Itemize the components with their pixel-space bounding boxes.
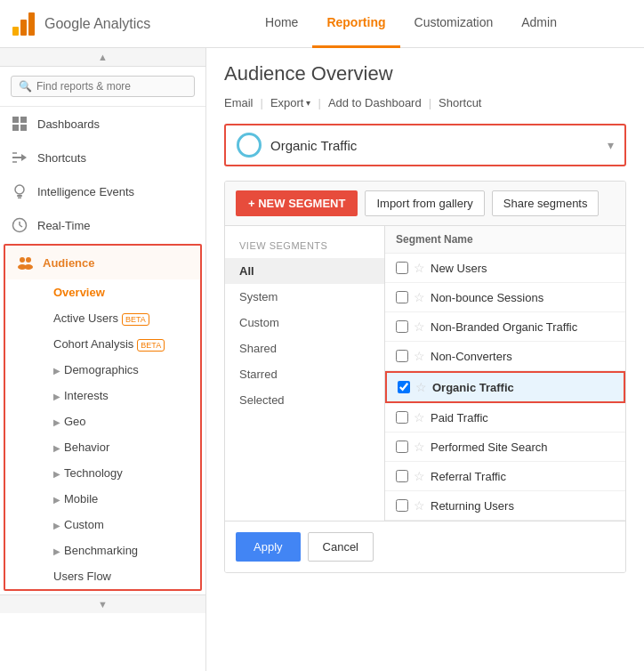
sidebar-scroll-up[interactable]: ▲ bbox=[0, 48, 205, 67]
sidebar-item-dashboards[interactable]: Dashboards bbox=[0, 107, 205, 141]
organic-traffic-checkbox[interactable] bbox=[398, 381, 410, 393]
new-users-star[interactable]: ☆ bbox=[414, 261, 425, 275]
paid-traffic-star[interactable]: ☆ bbox=[414, 410, 425, 424]
sidebar-geo[interactable]: ▶Geo bbox=[43, 408, 200, 434]
sidebar-custom[interactable]: ▶Custom bbox=[43, 512, 200, 538]
paid-traffic-checkbox[interactable] bbox=[396, 411, 408, 424]
top-navigation: Google Analytics Home Reporting Customiz… bbox=[0, 0, 644, 48]
shortcut-link[interactable]: Shortcut bbox=[439, 96, 481, 109]
sidebar-item-realtime[interactable]: Real-Time bbox=[0, 208, 205, 242]
view-seg-system[interactable]: System bbox=[225, 284, 384, 310]
nav-links: Home Reporting Customization Admin bbox=[189, 0, 633, 48]
shortcuts-icon bbox=[11, 149, 28, 166]
sidebar-scroll-down[interactable]: ▼ bbox=[0, 594, 205, 613]
sidebar-behavior[interactable]: ▶Behavior bbox=[43, 434, 200, 460]
sidebar-interests[interactable]: ▶Interests bbox=[43, 383, 200, 408]
logo-area: Google Analytics bbox=[11, 11, 189, 37]
organic-traffic-label[interactable]: Organic Traffic bbox=[432, 381, 514, 394]
sidebar-realtime-label: Real-Time bbox=[37, 219, 90, 232]
non-converters-label[interactable]: Non-Converters bbox=[431, 350, 512, 363]
performed-search-checkbox[interactable] bbox=[396, 441, 408, 453]
referral-checkbox[interactable] bbox=[396, 470, 408, 482]
svg-rect-12 bbox=[17, 195, 22, 197]
non-bounce-star[interactable]: ☆ bbox=[414, 290, 425, 304]
performed-search-label[interactable]: Performed Site Search bbox=[431, 441, 548, 454]
returning-label[interactable]: Returning Users bbox=[431, 499, 514, 513]
search-input[interactable] bbox=[36, 80, 187, 93]
non-branded-label[interactable]: Non-Branded Organic Traffic bbox=[431, 320, 577, 334]
sidebar-shortcuts-label: Shortcuts bbox=[37, 151, 86, 165]
main-layout: ▲ 🔍 Dashboards Shortcuts bbox=[0, 48, 644, 671]
segment-row-non-converters: ☆ Non-Converters bbox=[385, 342, 625, 371]
performed-search-star[interactable]: ☆ bbox=[414, 440, 425, 454]
sidebar-demographics[interactable]: ▶Demographics bbox=[43, 357, 200, 383]
svg-point-17 bbox=[20, 257, 25, 263]
export-link[interactable]: Export ▾ bbox=[270, 96, 311, 109]
sidebar-dashboards-label: Dashboards bbox=[37, 117, 100, 131]
nav-reporting[interactable]: Reporting bbox=[312, 0, 399, 48]
view-seg-starred[interactable]: Starred bbox=[225, 361, 384, 387]
view-seg-selected[interactable]: Selected bbox=[225, 387, 384, 413]
paid-traffic-label[interactable]: Paid Traffic bbox=[431, 411, 488, 424]
non-branded-checkbox[interactable] bbox=[396, 320, 408, 333]
view-seg-all[interactable]: All bbox=[225, 258, 384, 284]
non-bounce-checkbox[interactable] bbox=[396, 291, 408, 303]
view-seg-shared[interactable]: Shared bbox=[225, 336, 384, 361]
sidebar-mobile[interactable]: ▶Mobile bbox=[43, 486, 200, 512]
svg-point-20 bbox=[24, 264, 33, 270]
sidebar-audience-label: Audience bbox=[43, 256, 95, 270]
sidebar-cohort[interactable]: Cohort AnalysisBETA bbox=[43, 331, 200, 357]
returning-checkbox[interactable] bbox=[396, 499, 408, 512]
content-area: Audience Overview Email | Export ▾ | Add… bbox=[206, 48, 644, 671]
email-link[interactable]: Email bbox=[224, 96, 254, 109]
import-gallery-button[interactable]: Import from gallery bbox=[365, 190, 484, 216]
non-bounce-label[interactable]: Non-bounce Sessions bbox=[431, 291, 543, 304]
search-input-wrap[interactable]: 🔍 bbox=[11, 76, 195, 97]
sidebar-item-intelligence[interactable]: Intelligence Events bbox=[0, 174, 205, 208]
nav-customization[interactable]: Customization bbox=[400, 0, 508, 48]
sidebar-item-audience[interactable]: Audience bbox=[5, 246, 200, 279]
sidebar-overview[interactable]: Overview bbox=[43, 279, 200, 305]
people-icon bbox=[16, 254, 34, 271]
beta-badge: BETA bbox=[122, 313, 149, 326]
segment-row-new-users: ☆ New Users bbox=[385, 254, 625, 283]
segment-filter-list: VIEW SEGMENTS All System Custom Shared S… bbox=[225, 226, 385, 521]
brand-name: Google Analytics bbox=[44, 16, 150, 32]
svg-rect-5 bbox=[12, 125, 19, 131]
new-users-checkbox[interactable] bbox=[396, 262, 408, 274]
sidebar-item-shortcuts[interactable]: Shortcuts bbox=[0, 141, 205, 174]
segment-circle-icon bbox=[237, 133, 262, 158]
sidebar-benchmarking[interactable]: ▶Benchmarking bbox=[43, 538, 200, 563]
add-dashboard-link[interactable]: Add to Dashboard bbox=[328, 96, 422, 109]
nav-home[interactable]: Home bbox=[251, 0, 312, 48]
view-segments-label: VIEW SEGMENTS bbox=[225, 240, 384, 258]
selected-segment-box: Organic Traffic ▾ bbox=[224, 124, 626, 166]
segment-rows: Segment Name ☆ New Users ☆ Non-bounce Se… bbox=[385, 226, 625, 521]
segment-chevron-icon[interactable]: ▾ bbox=[608, 138, 614, 152]
segment-body: VIEW SEGMENTS All System Custom Shared S… bbox=[225, 226, 625, 521]
organic-traffic-star[interactable]: ☆ bbox=[415, 380, 427, 394]
view-seg-custom[interactable]: Custom bbox=[225, 310, 384, 336]
sidebar-section: Dashboards Shortcuts Intelligence Events… bbox=[0, 107, 205, 591]
new-users-label[interactable]: New Users bbox=[431, 262, 487, 275]
cancel-button[interactable]: Cancel bbox=[308, 532, 374, 562]
export-arrow-icon: ▾ bbox=[306, 98, 310, 108]
non-converters-star[interactable]: ☆ bbox=[414, 349, 425, 363]
referral-star[interactable]: ☆ bbox=[414, 469, 425, 483]
sidebar-users-flow[interactable]: Users Flow bbox=[43, 563, 200, 589]
segment-row-non-bounce: ☆ Non-bounce Sessions bbox=[385, 283, 625, 312]
sidebar: ▲ 🔍 Dashboards Shortcuts bbox=[0, 48, 206, 671]
segment-row-paid-traffic: ☆ Paid Traffic bbox=[385, 403, 625, 433]
non-branded-star[interactable]: ☆ bbox=[414, 319, 425, 334]
returning-star[interactable]: ☆ bbox=[414, 498, 425, 513]
apply-button[interactable]: Apply bbox=[236, 532, 301, 562]
new-segment-button[interactable]: + NEW SEGMENT bbox=[236, 190, 358, 216]
svg-rect-6 bbox=[20, 125, 27, 131]
non-converters-checkbox[interactable] bbox=[396, 350, 408, 362]
nav-admin[interactable]: Admin bbox=[507, 0, 571, 48]
sidebar-active-users[interactable]: Active UsersBETA bbox=[43, 305, 200, 331]
referral-label[interactable]: Referral Traffic bbox=[431, 470, 506, 483]
segment-row-non-branded: ☆ Non-Branded Organic Traffic bbox=[385, 312, 625, 342]
sidebar-technology[interactable]: ▶Technology bbox=[43, 460, 200, 486]
share-segments-button[interactable]: Share segments bbox=[492, 190, 600, 216]
